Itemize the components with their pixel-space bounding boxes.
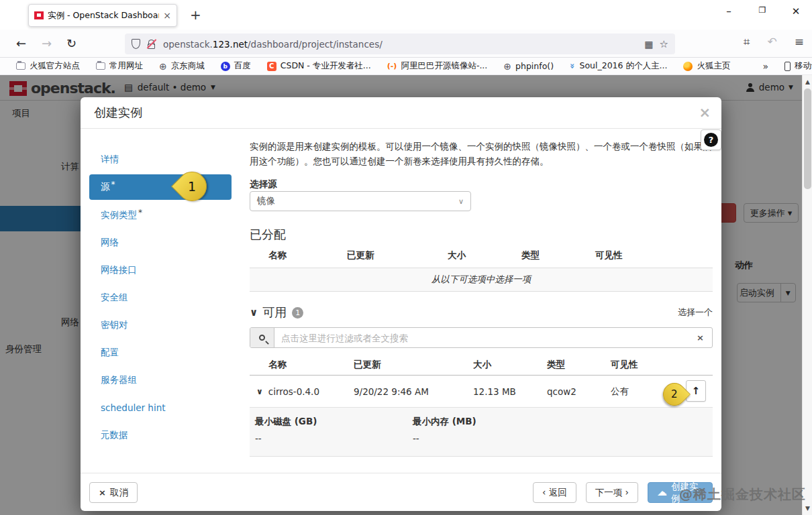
wizard-step-security-groups[interactable]: 安全组 [89,284,232,311]
browser-tab[interactable]: 实例 - OpenStack Dashboard × [28,4,177,27]
min-ram-detail: 最小内存 (MB) -- [413,416,476,444]
screenshot-icon[interactable]: ⌗ [744,35,750,48]
help-button[interactable]: ? [701,129,721,150]
close-icon[interactable]: × [699,105,711,121]
bookmark-phpinfo[interactable]: ⊕phpinfo() [503,61,554,71]
select-one-hint: 选择一个 [678,306,713,319]
bookmark-soul2016[interactable]: »Soul_2016 的个人主... [570,60,667,72]
select-source-label: 选择源 [250,178,277,190]
globe-icon: ⊕ [159,62,167,71]
modal-footer: × 取消 ‹ 返回 下一项 › ☁↑ 创建实例 [81,473,721,511]
clear-search-icon[interactable]: × [689,333,712,343]
create-instance-modal: 创建实例 × ? 详情 源* 实例类型* 网络 网络接口 安全组 密钥对 配置 … [81,97,721,511]
source-description: 实例的源是用来创建实例的模板。可以使用一个镜像、一个实例的快照（镜像快照）、一个… [250,139,713,169]
chevron-down-icon[interactable]: ∨ [250,306,258,319]
wizard-step-keypair[interactable]: 密钥对 [89,311,232,339]
available-section-bar: ∨ 可用 1 选择一个 [250,304,713,321]
allocate-image-button[interactable]: ↑ [686,380,706,402]
scroll-up-icon[interactable]: ▲ [803,76,812,87]
image-size: 12.13 MB [473,386,547,397]
min-disk-detail: 最小磁盘 (GB) -- [255,416,317,444]
forward-icon: → [42,36,52,50]
tab-close-icon[interactable]: × [163,10,171,21]
cancel-button[interactable]: × 取消 [89,482,138,503]
watermark: @稀土掘金技术社区 [679,485,806,504]
openstack-favicon-icon [34,11,44,19]
reload-icon[interactable]: ↻ [66,36,77,50]
browser-titlebar: 实例 - OpenStack Dashboard × + – ❐ ✕ [0,0,812,30]
bookmarks-bar: 火狐官方站点 常用网址 ⊕京东商城 b百度 CCSDN - 专业开发者社... … [0,58,812,75]
scrollbar-thumb[interactable] [804,89,811,189]
maximize-button[interactable]: ❐ [756,5,769,17]
wizard-step-configuration[interactable]: 配置 [89,339,232,366]
available-title: 可用 [262,304,287,321]
shield-icon[interactable] [132,39,140,49]
allocated-title: 已分配 [250,227,286,243]
wizard-nav: 详情 源* 实例类型* 网络 网络接口 安全组 密钥对 配置 服务器组 sche… [89,146,232,449]
back-icon[interactable]: ← [16,36,26,50]
cloud-upload-icon: ☁↑ [657,488,667,498]
mobile-bookmarks[interactable]: 移动设备上的书签 [784,60,812,72]
firefox-icon [683,62,693,71]
menu-icon[interactable]: ≡ [795,35,804,48]
close-window-button[interactable]: ✕ [789,5,803,17]
tab-title: 实例 - OpenStack Dashboard [48,10,159,21]
soul-icon: » [568,63,578,68]
search-box: × [250,327,713,348]
scroll-down-icon[interactable]: ▼ [803,503,812,514]
wizard-step-server-groups[interactable]: 服务器组 [89,366,232,394]
search-input[interactable] [274,333,689,343]
new-tab-button[interactable]: + [190,7,201,23]
chevron-down-icon[interactable]: ∨ [256,387,263,396]
url-bar[interactable]: openstack.123.net/dashboard/project/inst… [125,34,675,54]
search-icon [259,335,265,341]
image-updated: 9/20/22 9:46 AM [354,386,473,397]
next-button[interactable]: 下一项 › [586,482,638,503]
qr-code-icon[interactable]: ▦ [644,39,653,50]
back-button[interactable]: ‹ 返回 [533,482,576,503]
bookmark-common-sites[interactable]: 常用网址 [96,60,143,72]
image-name: cirros-0.4.0 [268,386,319,397]
csdn-icon: C [267,62,276,71]
undo-icon[interactable]: ↶ [768,35,777,48]
page-scrollbar[interactable]: ▲ ▼ [802,75,812,515]
wizard-step-source-active[interactable]: 源* [89,174,232,200]
wizard-step-flavor[interactable]: 实例类型* [89,201,232,229]
arrow-up-icon: ↑ [692,385,701,397]
bookmark-jd[interactable]: ⊕京东商城 [159,60,205,72]
wizard-step-scheduler-hint[interactable]: scheduler hint [89,394,232,421]
bookmark-firefox-official[interactable]: 火狐官方站点 [16,60,80,72]
chevron-down-icon: ∨ [458,197,464,206]
insecure-lock-icon[interactable] [146,39,157,50]
bookmark-csdn[interactable]: CCSDN - 专业开发者社... [267,60,371,72]
folder-icon [96,62,105,70]
minimize-button[interactable]: – [722,5,735,17]
image-visibility: 公有 [611,386,671,398]
wizard-step-metadata[interactable]: 元数据 [89,421,232,449]
bookmark-firefox-home[interactable]: 火狐主页 [683,60,730,72]
baidu-icon: b [221,62,230,71]
allocated-table-header: 名称 已更新 大小 类型 可见性 [250,249,713,266]
bookmark-star-icon[interactable]: ☆ [660,38,668,50]
allocated-empty-row: 从以下可选项中选择一项 [250,268,713,292]
source-select[interactable]: 镜像 ∨ [250,191,471,211]
navbar-right-icons: ⌗ ↶ ≡ [744,35,804,48]
wizard-content: 实例的源是用来创建实例的模板。可以使用一个镜像、一个实例的快照（镜像快照）、一个… [250,129,713,473]
wizard-step-details[interactable]: 详情 [89,146,232,173]
modal-header: 创建实例 × [81,97,721,129]
available-count-badge: 1 [292,307,303,319]
wizard-step-networks[interactable]: 网络 [89,229,232,256]
image-detail-panel: 最小磁盘 (GB) -- 最小内存 (MB) -- [250,407,713,457]
url-text: openstack.123.net/dashboard/project/inst… [163,39,638,50]
bookmark-baidu[interactable]: b百度 [221,60,251,72]
bookmarks-overflow-chevron[interactable]: » [762,61,768,72]
alibaba-icon: (-) [387,62,397,70]
window-controls: – ❐ ✕ [722,5,803,17]
search-prefix [250,328,274,347]
wizard-step-ports[interactable]: 网络接口 [89,256,232,284]
table-row-cirros[interactable]: ∨cirros-0.4.0 9/20/22 9:46 AM 12.13 MB q… [250,376,713,407]
folder-icon [16,62,26,70]
modal-title: 创建实例 [94,105,142,121]
bookmark-alibaba-mirror[interactable]: (-)阿里巴巴开源镜像站-... [387,60,488,72]
x-icon: × [99,488,106,498]
